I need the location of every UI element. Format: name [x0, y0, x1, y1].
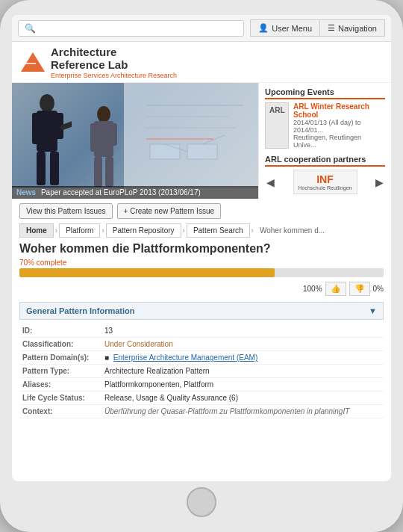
- id-value: 13: [101, 324, 384, 338]
- partners-title: ARL cooperation partners: [265, 155, 385, 167]
- info-table: ID: 13 Classification: Under Considerati…: [19, 324, 384, 418]
- sidebar-events: Upcoming Events ARL ARL Winter Research …: [258, 83, 391, 199]
- person-right: [83, 105, 124, 188]
- user-icon: 👤: [258, 23, 269, 33]
- thumbs-up-icon: 👍: [331, 284, 341, 294]
- main-area: News Paper accepted at EuroPLoP 2013 (20…: [12, 83, 391, 199]
- breadcrumb: Home › Platform › Pattern Repository › P…: [19, 223, 384, 238]
- partners-section: ARL cooperation partners ◀ INF Hochschul…: [265, 155, 385, 194]
- domain-link[interactable]: Enterprise Architecture Management (EAM): [113, 353, 257, 362]
- logo-subtitle: Enterprise Services Architecture Researc…: [51, 72, 177, 79]
- svg-rect-22: [105, 157, 113, 187]
- navigation-button[interactable]: ☰ Navigation: [319, 19, 385, 37]
- svg-rect-12: [32, 113, 41, 144]
- partner-logo-text: INF: [316, 173, 334, 185]
- home-button[interactable]: [187, 487, 216, 517]
- table-row: Classification: Under Consideration: [19, 338, 384, 351]
- action-bar: View this Pattern Issues + Create new Pa…: [19, 203, 384, 219]
- search-input[interactable]: [39, 23, 237, 34]
- table-row: Pattern Type: Architecture Realization P…: [19, 365, 384, 378]
- event-location: Reutlingen, Reutlingen Unive...: [293, 134, 385, 149]
- logo-icon: [19, 49, 46, 76]
- breadcrumb-platform[interactable]: Platform: [59, 223, 100, 238]
- breadcrumb-sep-4: ›: [252, 226, 254, 235]
- svg-line-9: [202, 135, 225, 144]
- lifecycle-label: Life Cycle Status:: [19, 392, 101, 405]
- svg-rect-7: [187, 144, 217, 159]
- hero-image: [12, 83, 258, 188]
- svg-point-17: [97, 106, 110, 123]
- search-bar: 🔍 👤 User Menu ☰ Navigation: [12, 15, 391, 42]
- hero-section: News Paper accepted at EuroPLoP 2013 (20…: [12, 83, 258, 199]
- top-nav: 👤 User Menu ☰ Navigation: [250, 19, 385, 37]
- create-issue-button[interactable]: + Create new Pattern Issue: [117, 203, 221, 219]
- table-row: Aliases: Plattformkomponenten, Plattform: [19, 378, 384, 392]
- breadcrumb-current: Woher kommen d...: [255, 224, 329, 237]
- vote-row: 100% 👍 👎 0%: [19, 282, 384, 296]
- partner-next-arrow[interactable]: ▶: [374, 176, 385, 188]
- context-value: Überführung der Quasar-Plattform zu Plat…: [101, 405, 384, 418]
- event-badge: ARL: [265, 102, 289, 149]
- thumbs-down-icon: 👎: [354, 284, 365, 294]
- event-details: ARL Winter Research School 2014/01/13 (A…: [293, 102, 385, 149]
- person-left: [23, 94, 72, 188]
- hero-caption: News Paper accepted at EuroPLoP 2013 (20…: [12, 186, 258, 199]
- progress-label: 70% complete: [19, 259, 384, 267]
- breadcrumb-sep-1: ›: [55, 226, 57, 235]
- aliases-value: Plattformkomponenten, Plattform: [101, 378, 384, 392]
- nav-icon: ☰: [328, 23, 335, 33]
- svg-rect-1: [25, 63, 36, 64]
- classification-value: Under Consideration: [101, 338, 384, 351]
- vote-yes-pct: 100%: [303, 285, 322, 293]
- page-content: View this Pattern Issues + Create new Pa…: [12, 199, 391, 481]
- id-label: ID:: [19, 324, 101, 338]
- breadcrumb-search[interactable]: Pattern Search: [187, 223, 250, 238]
- domain-value: ■ Enterprise Architecture Management (EA…: [101, 351, 384, 365]
- breadcrumb-home[interactable]: Home: [19, 223, 54, 238]
- aliases-label: Aliases:: [19, 378, 101, 392]
- svg-rect-21: [94, 157, 102, 187]
- search-icon: 🔍: [25, 23, 36, 34]
- logo-title: ArchitectureReference Lab: [51, 46, 177, 71]
- table-row: ID: 13: [19, 324, 384, 338]
- progress-bar-fill: [19, 268, 275, 277]
- hero-caption-text: Paper accepted at EuroPLoP 2013 (2013/06…: [41, 188, 201, 197]
- news-label: News: [16, 188, 36, 197]
- event-title: ARL Winter Research School: [293, 102, 385, 119]
- screen: 🔍 👤 User Menu ☰ Navigation: [12, 15, 391, 481]
- section-header: General Pattern Information ▼: [19, 302, 384, 320]
- partner-prev-arrow[interactable]: ◀: [265, 176, 276, 188]
- svg-rect-16: [50, 152, 59, 185]
- search-input-wrap[interactable]: 🔍: [18, 20, 244, 37]
- partner-logo-sub: Hochschule Reutlingen: [299, 185, 352, 191]
- svg-rect-20: [110, 123, 117, 146]
- svg-rect-6: [150, 144, 180, 159]
- site-header: ArchitectureReference Lab Enterprise Ser…: [12, 42, 391, 83]
- breadcrumb-repository[interactable]: Pattern Repository: [106, 223, 181, 238]
- svg-rect-19: [90, 123, 98, 152]
- whiteboard-lines: [139, 90, 251, 180]
- view-issues-button[interactable]: View this Pattern Issues: [19, 203, 113, 219]
- table-row: Context: Überführung der Quasar-Plattfor…: [19, 405, 384, 418]
- navigation-label: Navigation: [338, 24, 377, 33]
- logo-row: ArchitectureReference Lab Enterprise Ser…: [19, 46, 384, 79]
- type-value: Architecture Realization Pattern: [101, 365, 384, 378]
- type-label: Pattern Type:: [19, 365, 101, 378]
- svg-point-10: [40, 94, 54, 112]
- user-menu-button[interactable]: 👤 User Menu: [250, 19, 319, 37]
- table-row: Pattern Domain(s): ■ Enterprise Architec…: [19, 351, 384, 365]
- partner-logo-box: INF Hochschule Reutlingen: [293, 170, 357, 194]
- vote-down-button[interactable]: 👎: [349, 282, 370, 296]
- classification-label: Classification:: [19, 338, 101, 351]
- breadcrumb-sep-3: ›: [183, 226, 185, 235]
- domain-label: Pattern Domain(s):: [19, 351, 101, 365]
- domain-bullet: ■: [104, 353, 109, 362]
- user-menu-label: User Menu: [272, 24, 312, 33]
- event-row: ARL ARL Winter Research School 2014/01/1…: [265, 102, 385, 149]
- progress-bar-bg: [19, 268, 384, 277]
- breadcrumb-sep-2: ›: [101, 226, 104, 235]
- event-date: 2014/01/13 (All day) to 2014/01...: [293, 119, 385, 134]
- vote-up-button[interactable]: 👍: [325, 282, 346, 296]
- partners-nav: ◀ INF Hochschule Reutlingen ▶: [265, 170, 385, 194]
- section-toggle[interactable]: ▼: [369, 306, 377, 315]
